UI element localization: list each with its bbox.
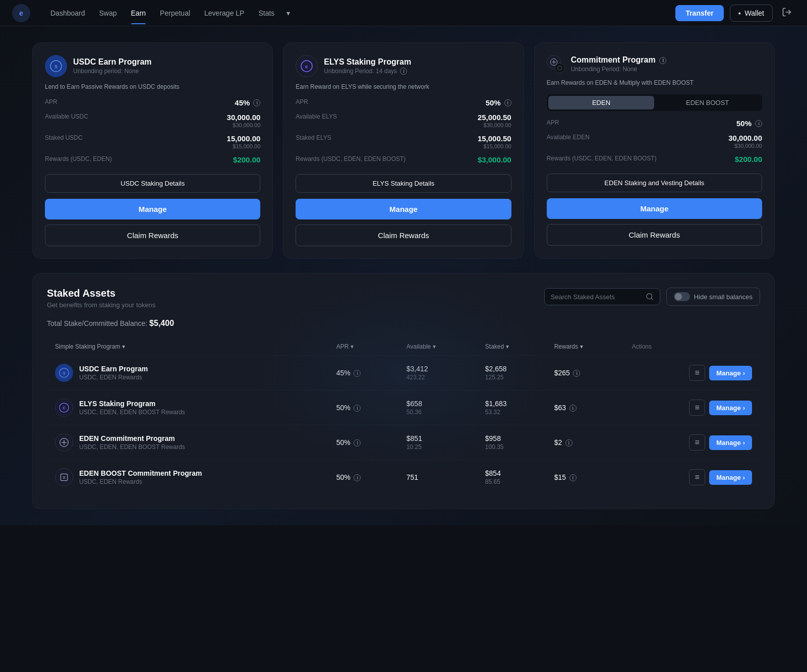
table-row: $ USDC Earn Program USDC, EDEN Rewards 4… <box>47 356 760 390</box>
table-header-row: Simple Staking Program ▾ APR ▾ <box>47 338 760 356</box>
nav-perpetual[interactable]: Perpetual <box>154 2 196 24</box>
elys-apr-info[interactable]: ℹ <box>504 99 511 106</box>
row-menu-button-3[interactable]: ≡ <box>689 469 705 485</box>
commitment-available-row: Available EDEN 30,000.00 $30,000.00 <box>547 134 762 149</box>
row-available-0: $3,412 423.22 <box>398 356 477 390</box>
available-filter-button[interactable]: Available ▾ <box>407 343 436 350</box>
row-program-2: EDEN Commitment Program USDC, EDEN, EDEN… <box>47 425 328 460</box>
row-rewards-3: $15 ℹ <box>546 460 624 495</box>
staked-subtitle: Get benefits from staking your tokens <box>47 301 155 309</box>
elys-card-header: E ELYS Staking Program Unbonding Period:… <box>296 55 511 77</box>
row-apr-2: 50% ℹ <box>328 425 398 460</box>
staked-title: Staked Assets <box>47 288 155 299</box>
cards-grid: $ USDC Earn Program Unbonding period: No… <box>32 42 775 259</box>
hide-balances-button[interactable]: Hide small balances <box>666 288 760 306</box>
nav-dashboard[interactable]: Dashboard <box>44 2 91 24</box>
row-manage-button-3[interactable]: Manage › <box>709 470 752 485</box>
nav-more[interactable]: ▾ <box>282 2 294 24</box>
nav-leverage[interactable]: Leverage LP <box>198 2 250 24</box>
search-input[interactable] <box>551 293 642 301</box>
usdc-available-row: Available USDC 30,000.00 $30,000.00 <box>45 113 260 128</box>
staked-table-body: $ USDC Earn Program USDC, EDEN Rewards 4… <box>47 356 760 495</box>
total-balance: Total Stake/Committed Balance: $5,400 <box>47 319 760 328</box>
row-available-3: 751 <box>398 460 477 495</box>
apr-info-2[interactable]: ℹ <box>354 439 361 446</box>
nav-swap[interactable]: Swap <box>93 2 123 24</box>
elys-available-row: Available ELYS 25,000.50 $30,000.00 <box>296 113 511 128</box>
logo[interactable]: e <box>12 4 30 22</box>
rewards-info-3[interactable]: ℹ <box>569 474 577 481</box>
elys-manage-button[interactable]: Manage <box>296 199 511 219</box>
commitment-card-icon <box>547 55 565 73</box>
usdc-details-button[interactable]: USDC Staking Details <box>45 174 260 193</box>
nav-links: Dashboard Swap Earn Perpetual Leverage L… <box>44 2 675 24</box>
usdc-card-header: $ USDC Earn Program Unbonding period: No… <box>45 55 260 77</box>
commitment-rewards-row: Rewards (USDC, EDEN, EDEN BOOST) $200.00 <box>547 155 762 163</box>
row-staked-2: $958 100.35 <box>477 425 546 460</box>
apr-filter-button[interactable]: APR ▾ <box>336 343 354 350</box>
rewards-info-1[interactable]: ℹ <box>569 405 577 412</box>
usdc-claim-button[interactable]: Claim Rewards <box>45 225 260 246</box>
elys-card-stats: APR 50% ℹ Available ELYS 25,000.50 $30,0… <box>296 98 511 164</box>
logout-button[interactable] <box>779 4 795 22</box>
apr-info-1[interactable]: ℹ <box>354 405 361 412</box>
usdc-apr-info[interactable]: ℹ <box>253 99 260 106</box>
row-staked-1: $1,683 53.32 <box>477 390 546 425</box>
staked-right-controls: Hide small balances <box>544 288 760 306</box>
col-available: Available ▾ <box>398 338 477 356</box>
row-menu-button-1[interactable]: ≡ <box>689 400 705 416</box>
elys-subtitle-info[interactable]: ℹ <box>400 68 407 75</box>
row-rewards-1: $63 ℹ <box>546 390 624 425</box>
elys-staked-row: Staked ELYS 15,000.50 $15,000.00 <box>296 134 511 149</box>
rewards-info-0[interactable]: ℹ <box>573 370 580 377</box>
nav-stats[interactable]: Stats <box>252 2 280 24</box>
row-available-1: $658 50.36 <box>398 390 477 425</box>
wallet-icon: ▪ <box>738 9 741 17</box>
row-staked-3: $854 85.65 <box>477 460 546 495</box>
commitment-manage-button[interactable]: Manage <box>547 198 762 219</box>
commitment-claim-button[interactable]: Claim Rewards <box>547 224 762 246</box>
elys-claim-button[interactable]: Claim Rewards <box>296 225 511 246</box>
elys-apr-value: 50% <box>486 98 501 107</box>
row-menu-button-0[interactable]: ≡ <box>689 365 705 381</box>
staked-filter-button[interactable]: Staked ▾ <box>485 343 509 350</box>
main-content: $ USDC Earn Program Unbonding period: No… <box>0 26 807 525</box>
rewards-filter-button[interactable]: Rewards ▾ <box>554 343 583 350</box>
staked-assets-section: Staked Assets Get benefits from staking … <box>32 273 775 509</box>
row-apr-3: 50% ℹ <box>328 460 398 495</box>
col-apr: APR ▾ <box>328 338 398 356</box>
usdc-card-stats: APR 45% ℹ Available USDC 30,000.00 $30,0… <box>45 98 260 164</box>
hide-balances-toggle[interactable] <box>674 292 690 301</box>
row-actions-2: ≡ Manage › <box>624 425 760 460</box>
row-menu-button-2[interactable]: ≡ <box>689 434 705 451</box>
commitment-title-info[interactable]: ℹ <box>659 57 666 64</box>
commitment-card: Commitment Program ℹ Unbonding Period: N… <box>534 42 775 259</box>
elys-details-button[interactable]: ELYS Staking Details <box>296 174 511 193</box>
toggle-eden-boost[interactable]: EDEN BOOST <box>654 96 761 109</box>
row-actions-1: ≡ Manage › <box>624 390 760 425</box>
rewards-info-2[interactable]: ℹ <box>565 439 572 446</box>
row-apr-0: 45% ℹ <box>328 356 398 390</box>
commitment-toggle-group: EDEN EDEN BOOST <box>547 94 762 111</box>
row-manage-button-0[interactable]: Manage › <box>709 366 752 380</box>
row-manage-button-2[interactable]: Manage › <box>709 435 752 450</box>
row-manage-button-1[interactable]: Manage › <box>709 401 752 415</box>
usdc-card-description: Lend to Earn Passive Rewards on USDC dep… <box>45 81 260 90</box>
apr-info-3[interactable]: ℹ <box>354 474 361 481</box>
usdc-manage-button[interactable]: Manage <box>45 199 260 219</box>
program-filter-button[interactable]: Simple Staking Program ▾ <box>55 343 125 350</box>
usdc-staked-row: Staked USDC 15,000.00 $15,000.00 <box>45 134 260 149</box>
commitment-details-button[interactable]: EDEN Staking and Vesting Details <box>547 174 762 192</box>
apr-info-0[interactable]: ℹ <box>354 370 361 377</box>
transfer-button[interactable]: Transfer <box>675 5 723 21</box>
toggle-eden[interactable]: EDEN <box>548 96 655 109</box>
nav-earn[interactable]: Earn <box>125 2 152 24</box>
svg-text:$: $ <box>54 64 57 69</box>
commitment-apr-info[interactable]: ℹ <box>755 120 762 127</box>
wallet-button[interactable]: ▪ Wallet <box>730 5 773 22</box>
usdc-card-icon: $ <box>45 55 67 77</box>
table-row: X EDEN BOOST Commitment Program USDC, ED… <box>47 460 760 495</box>
usdc-card: $ USDC Earn Program Unbonding period: No… <box>32 42 273 259</box>
usdc-rewards-row: Rewards (USDC, EDEN) $200.00 <box>45 155 260 164</box>
commitment-card-subtitle: Unbonding Period: None <box>571 66 666 73</box>
